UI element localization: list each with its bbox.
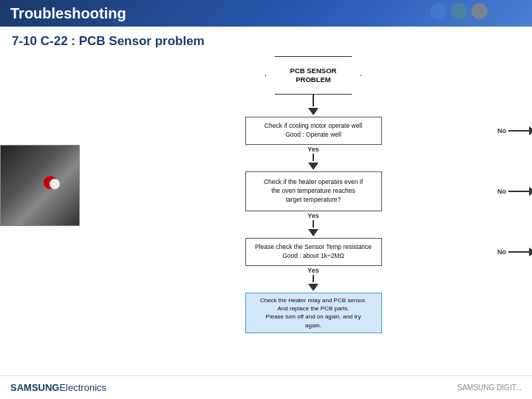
- arrow-v-1: [313, 95, 314, 106]
- start-box: PCB SENSOR PROBLEM: [265, 56, 361, 95]
- photo-image: [0, 145, 80, 226]
- yes-1-connector: Yes: [99, 145, 528, 171]
- yes-label-2: Yes: [307, 212, 319, 219]
- arrowhead-right-2: [529, 187, 532, 196]
- step1-box: Check if cooling motor operate well Good…: [245, 117, 382, 145]
- arrow-v-4: [313, 275, 314, 282]
- section-title: 7-10 C-22 : PCB Sensor problem: [12, 34, 520, 49]
- yes-label-3: Yes: [307, 267, 319, 274]
- step4-line3: Please turn off and on again, and try: [260, 313, 366, 321]
- header-decoration: [430, 3, 488, 19]
- arrowhead-3: [308, 229, 318, 236]
- header: Troubleshooting: [0, 0, 532, 27]
- step3-line1: Please check the Sensor Temp resistance: [255, 243, 372, 252]
- step2-no-label: No: [497, 188, 506, 195]
- step3-no-arrow: No Replace the Sensor part: [497, 239, 532, 265]
- step4-box: Check the Heater relay and PCB sensor. A…: [245, 293, 382, 333]
- dot-3: [471, 3, 488, 19]
- dot-2: [451, 3, 467, 19]
- arrow-h-3: [508, 251, 529, 253]
- step3-no-label: No: [497, 248, 506, 256]
- arrow-v-2: [313, 154, 314, 161]
- step4-line2: And replace the PCB parts.: [260, 304, 366, 313]
- yes-label-1: Yes: [307, 146, 319, 153]
- arrow-h-2: [508, 191, 529, 192]
- main-content: 7-10 C-22 : PCB Sensor problem PCB SENSO…: [0, 27, 532, 333]
- step1-row: Check if cooling motor operate well Good…: [99, 117, 528, 145]
- step2-line3: target temperature?: [264, 196, 363, 205]
- photo-white-highlight: [50, 179, 60, 189]
- step1-line2: Good : Operate well: [265, 131, 362, 140]
- start-line2: PROBLEM: [290, 75, 337, 84]
- step2-line2: the oven temperature reaches: [264, 187, 363, 196]
- footer-sub: Electronics: [59, 382, 106, 393]
- step4-line4: again.: [260, 321, 366, 330]
- footer: SAMSUNG Electronics SAMSUNG DIGIT...: [0, 375, 532, 399]
- header-title: Troubleshooting: [10, 5, 126, 22]
- footer-logo: SAMSUNG DIGIT...: [457, 383, 522, 392]
- arrowhead-right-3: [529, 248, 532, 256]
- step3-box: Please check the Sensor Temp resistance …: [245, 238, 382, 266]
- dot-1: [430, 3, 446, 19]
- yes-2-connector: Yes: [99, 211, 528, 238]
- step4-row: Check the Heater relay and PCB sensor. A…: [99, 293, 528, 333]
- arrowhead-1: [308, 108, 318, 115]
- step1-no-label: No: [497, 127, 506, 134]
- arrow-h-1: [508, 130, 529, 132]
- arrowhead-2: [308, 163, 318, 170]
- step1-line1: Check if cooling motor operate well: [265, 122, 362, 131]
- start-line1: PCB SENSOR: [290, 66, 337, 75]
- step2-box: Check if the heater operates even if the…: [245, 171, 382, 211]
- flow-start: PCB SENSOR PROBLEM: [99, 56, 528, 117]
- step1-no-arrow: No Check the wire connection first. And …: [497, 115, 532, 148]
- step3-line2: Good : about 1k~2MΩ: [255, 252, 372, 261]
- flowchart-diagram: PCB SENSOR PROBLEM Check if cooling moto…: [99, 56, 528, 333]
- arrowhead-right-1: [529, 126, 532, 135]
- yes-3-connector: Yes: [99, 266, 528, 293]
- step2-line1: Check if the heater operates even if: [264, 178, 363, 187]
- arrow-v-3: [313, 220, 314, 228]
- step3-row: Please check the Sensor Temp resistance …: [99, 238, 528, 266]
- step2-row: Check if the heater operates even if the…: [99, 171, 528, 211]
- photo-placeholder: [1, 146, 79, 225]
- footer-brand: SAMSUNG: [10, 382, 59, 393]
- step2-no-arrow: No Check the wire connection. Please tur…: [497, 178, 532, 205]
- step4-line1: Check the Heater relay and PCB sensor.: [260, 296, 366, 304]
- arrowhead-4: [308, 284, 318, 291]
